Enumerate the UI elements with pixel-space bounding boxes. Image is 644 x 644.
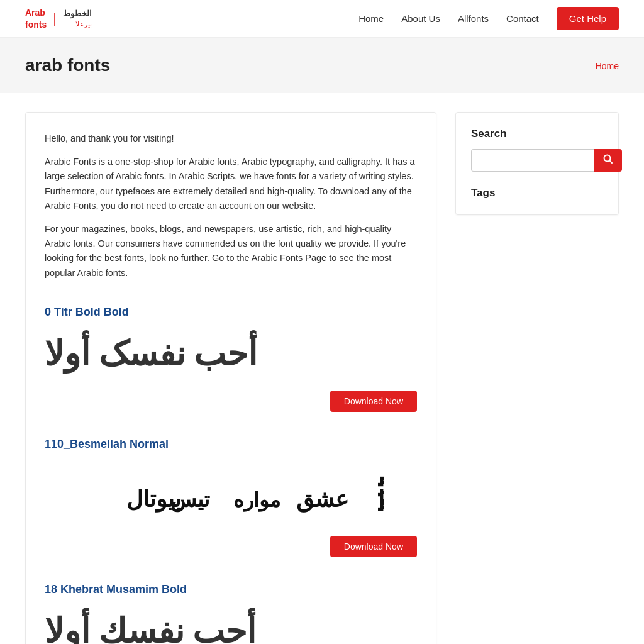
download-row-2: Download Now <box>45 536 417 557</box>
logo-text-ar: الخطوط <box>63 9 92 19</box>
tags-section-title: Tags <box>471 187 603 199</box>
intro-para2: For your magazines, books, blogs, and ne… <box>45 222 417 280</box>
nav-home[interactable]: Home <box>358 13 384 24</box>
page-header: arab fonts Home <box>0 38 644 93</box>
font-entry-1: 0 Titr Bold Bold أحب نفسک أولا Download … <box>45 293 417 425</box>
nav-about[interactable]: About Us <box>401 13 440 24</box>
download-row-1: Download Now <box>45 391 417 412</box>
page-title: arab fonts <box>25 55 110 75</box>
search-box <box>471 149 603 172</box>
get-help-button[interactable]: Get Help <box>557 7 619 30</box>
search-button[interactable] <box>594 149 622 172</box>
breadcrumb-home[interactable]: Home <box>596 61 619 71</box>
greeting-text: Hello, and thank you for visiting! <box>45 131 417 146</box>
svg-text:﷽: ﷽ <box>378 476 384 514</box>
search-section-title: Search <box>471 128 603 140</box>
logo-tagline: بيرعلا <box>75 19 92 28</box>
font-preview-text-3: أحب نفسك أولا <box>45 611 256 644</box>
search-icon <box>603 154 613 164</box>
search-input[interactable] <box>471 149 594 172</box>
font-name-2: 110_Besmellah Normal <box>45 438 417 451</box>
font-name-1: 0 Titr Bold Bold <box>45 306 417 319</box>
nav-contact[interactable]: Contact <box>506 13 539 24</box>
font-entry-3: 18 Khebrat Musamim Bold أحب نفسك أولا <box>45 570 417 644</box>
font-preview-2: ﷽ عشق مواره تيس بيوتال <box>45 460 417 526</box>
svg-text:عشق: عشق <box>296 487 348 513</box>
intro-para1: Arabic Fonts is a one-stop-shop for Arab… <box>45 155 417 213</box>
content-area: Hello, and thank you for visiting! Arabi… <box>25 112 436 644</box>
intro-section: Hello, and thank you for visiting! Arabi… <box>45 131 417 280</box>
download-button-1[interactable]: Download Now <box>330 391 417 412</box>
sidebar-card: Search Tags <box>455 112 619 215</box>
main-container: Hello, and thank you for visiting! Arabi… <box>0 93 644 644</box>
logo-divider: | <box>53 11 57 27</box>
font-preview-text-1: أحب نفسک أولا <box>45 334 257 375</box>
font-entries: 0 Titr Bold Bold أحب نفسک أولا Download … <box>45 293 417 644</box>
logo-text-en: Arabfonts <box>25 7 47 30</box>
nav-allfonts[interactable]: Allfonts <box>458 13 489 24</box>
font-name-3: 18 Khebrat Musamim Bold <box>45 583 417 596</box>
sidebar: Search Tags <box>455 112 619 644</box>
navbar: Arabfonts | الخطوط بيرعلا Home About Us … <box>0 0 644 38</box>
besmellah-preview-svg: ﷽ عشق مواره تيس بيوتال <box>45 466 384 519</box>
font-entry-2: 110_Besmellah Normal ﷽ عشق مواره تيس بيو… <box>45 425 417 570</box>
font-preview-1: أحب نفسک أولا <box>45 328 417 381</box>
content-card: Hello, and thank you for visiting! Arabi… <box>25 112 436 644</box>
nav-links: Home About Us Allfonts Contact Get Help <box>358 7 619 30</box>
svg-text:مواره: مواره <box>233 489 280 512</box>
download-button-2[interactable]: Download Now <box>330 536 417 557</box>
svg-text:بيوتال: بيوتال <box>126 487 181 513</box>
svg-line-6 <box>610 161 613 164</box>
logo[interactable]: Arabfonts | الخطوط بيرعلا <box>25 7 92 30</box>
font-preview-3: أحب نفسك أولا <box>45 605 417 644</box>
breadcrumb: Home <box>596 60 619 71</box>
